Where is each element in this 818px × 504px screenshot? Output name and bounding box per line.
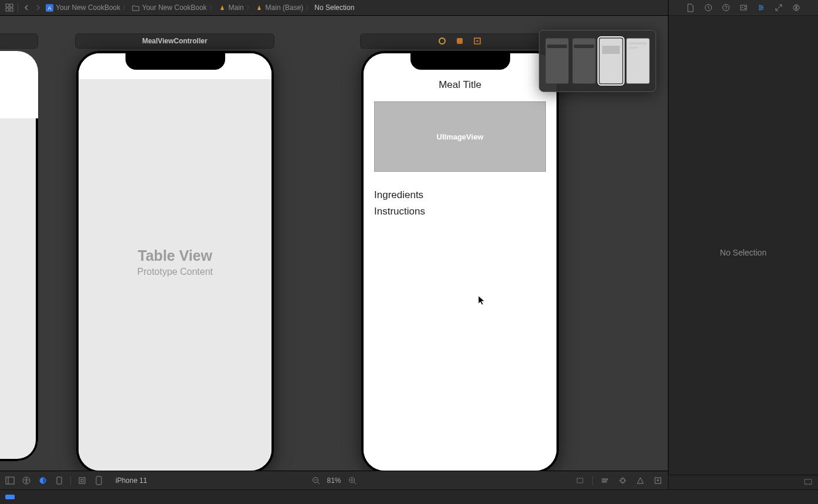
update-frames-icon[interactable] [575, 475, 585, 486]
breadcrumb-selection[interactable]: No Selection [313, 4, 355, 12]
svg-rect-12 [457, 38, 463, 44]
breadcrumb-file[interactable]: Main [217, 4, 245, 12]
device-type-icon[interactable] [93, 475, 104, 486]
svg-point-44 [742, 7, 743, 8]
svg-rect-2 [6, 8, 9, 11]
device-preview-meal-list[interactable]: Table View Prototype Content [76, 51, 274, 471]
appearance-icon[interactable] [38, 475, 48, 486]
device-notch [410, 53, 510, 70]
chevron-right-icon: 〉 [306, 4, 312, 12]
canvas-bottom-bar: iPhone 11 81% [0, 471, 668, 489]
svg-rect-32 [603, 479, 607, 480]
nav-back-button[interactable] [21, 2, 32, 13]
meal-title-label[interactable]: Meal Title [364, 79, 556, 91]
table-view-label: Table View [79, 247, 271, 264]
svg-rect-14 [6, 477, 14, 484]
svg-point-51 [761, 7, 763, 9]
svg-rect-22 [96, 476, 101, 485]
debug-bar [0, 489, 818, 504]
minimap-thumb[interactable] [626, 38, 650, 84]
scene-title-bar[interactable] [0, 33, 38, 49]
minimap-thumb-selected[interactable] [599, 38, 623, 84]
inspector-panel: ? No Selection [668, 0, 818, 489]
attributes-inspector-tab[interactable] [756, 2, 766, 13]
pin-icon[interactable] [617, 475, 628, 486]
svg-text:?: ? [724, 5, 727, 11]
svg-rect-33 [603, 481, 606, 482]
svg-line-27 [354, 482, 356, 484]
ingredients-label[interactable]: Ingredients [374, 189, 546, 201]
scene-title-bar-b[interactable] [360, 33, 559, 49]
storyboard-icon [255, 4, 263, 12]
svg-line-24 [317, 482, 320, 484]
scene-title-bar-a[interactable]: MealViewController [75, 33, 274, 49]
canvas-minimap[interactable] [539, 30, 656, 92]
orientation-icon[interactable] [54, 475, 65, 486]
svg-rect-57 [5, 495, 15, 499]
inspector-bottom-bar [668, 475, 818, 489]
svg-rect-21 [81, 479, 83, 482]
svg-rect-19 [57, 477, 62, 484]
svg-rect-43 [741, 5, 746, 10]
align-icon[interactable] [600, 475, 610, 486]
svg-rect-3 [10, 8, 13, 11]
related-items-icon[interactable] [4, 2, 15, 13]
table-view-placeholder: Table View Prototype Content [79, 247, 271, 277]
svg-rect-20 [79, 478, 85, 483]
file-inspector-tab[interactable] [685, 2, 696, 13]
toggle-outline-icon[interactable] [5, 475, 15, 486]
filter-icon[interactable] [803, 477, 813, 488]
prototype-content-label: Prototype Content [79, 267, 271, 277]
minimap-thumb[interactable] [545, 38, 569, 84]
storyboard-entry-icon[interactable] [473, 36, 482, 46]
svg-rect-0 [6, 4, 9, 7]
svg-point-17 [26, 478, 27, 479]
project-icon: A [45, 4, 53, 12]
uiimageview-placeholder: UIImageView [437, 132, 484, 141]
accessibility-icon[interactable] [21, 475, 32, 486]
meal-image-view[interactable]: UIImageView [374, 101, 546, 172]
first-responder-icon[interactable] [437, 36, 447, 46]
chevron-right-icon: 〉 [123, 4, 129, 12]
zoom-out-button[interactable] [310, 475, 321, 486]
device-name-label[interactable]: iPhone 11 [116, 476, 147, 485]
zoom-in-button[interactable] [347, 475, 358, 486]
breadcrumb: A Your New CookBook 〉 Your New CookBook … [44, 4, 740, 12]
device-preview-meal-detail[interactable]: Meal Title UIImageView Ingredients Instr… [361, 51, 559, 471]
svg-rect-34 [621, 479, 624, 482]
storyboard-icon [218, 4, 226, 12]
resolve-issues-icon[interactable] [635, 475, 646, 486]
minimap-thumb[interactable] [572, 38, 596, 84]
svg-point-50 [759, 5, 761, 7]
svg-rect-54 [805, 479, 812, 484]
svg-rect-1 [10, 4, 13, 7]
device-notch [125, 53, 225, 70]
connections-inspector-tab[interactable] [791, 2, 802, 13]
breadcrumb-group[interactable]: Your New CookBook [130, 4, 208, 12]
device-config-icon[interactable] [77, 475, 87, 486]
folder-icon [131, 4, 140, 12]
identity-inspector-tab[interactable] [738, 2, 749, 13]
inspector-tab-bar: ? [668, 0, 818, 16]
size-inspector-tab[interactable] [773, 2, 784, 13]
history-inspector-tab[interactable] [703, 2, 714, 13]
nav-forward-button[interactable] [32, 2, 44, 13]
interface-builder-canvas[interactable]: MealViewController Table View Prototype … [0, 16, 668, 471]
chevron-right-icon: 〉 [246, 4, 253, 12]
instructions-label[interactable]: Instructions [374, 206, 546, 217]
breadcrumb-project[interactable]: A Your New CookBook [44, 4, 121, 12]
zoom-level-label[interactable]: 81% [327, 476, 341, 485]
svg-rect-30 [577, 478, 583, 483]
svg-point-11 [439, 38, 445, 44]
chevron-right-icon: 〉 [209, 4, 216, 12]
breadcrumb-variant[interactable]: Main (Base) [254, 4, 305, 12]
device-preview-partial[interactable] [0, 51, 38, 461]
svg-point-52 [759, 9, 761, 11]
no-selection-label: No Selection [720, 248, 766, 257]
scene-title-label: MealViewController [142, 37, 207, 45]
svg-text:A: A [47, 5, 51, 11]
embed-in-icon[interactable] [653, 475, 663, 486]
exit-icon[interactable] [455, 36, 464, 46]
help-inspector-tab[interactable]: ? [721, 2, 731, 13]
debug-toggle-icon[interactable] [5, 492, 15, 502]
